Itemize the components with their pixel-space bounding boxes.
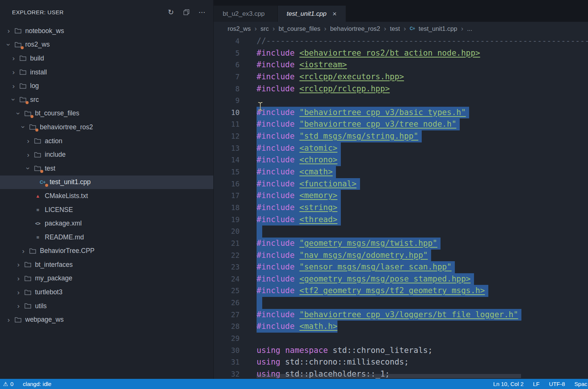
selection-highlight: #include "sensor_msgs/msg/laser_scan.hpp… <box>257 261 455 273</box>
code-line[interactable]: 8#include <rclcpp/rclcpp.hpp> <box>214 83 588 95</box>
tree-item-README.md[interactable]: ≡README.md <box>0 230 213 244</box>
tree-item-bt_interfaces[interactable]: ›bt_interfaces <box>0 258 213 272</box>
code-line[interactable]: 20 <box>214 226 588 238</box>
tab-label: bt_u2_ex3.cpp <box>223 10 265 18</box>
code-line[interactable]: 13#include <atomic> <box>214 142 588 154</box>
code-editor[interactable]: 4//-------------------------------------… <box>214 35 588 379</box>
selection-highlight: #include "behaviortree_cpp_v3/loggers/bt… <box>257 309 521 321</box>
folder-icon <box>28 247 37 255</box>
indentation-indicator[interactable]: Spac <box>574 381 587 387</box>
tree-item-my_package[interactable]: ›my_package <box>0 272 213 286</box>
line-content: #include "behaviortree_cpp_v3/tree_node.… <box>240 118 460 130</box>
tree-item-LICENSE[interactable]: ≡LICENSE <box>0 203 213 217</box>
code-line[interactable]: 27#include "behaviortree_cpp_v3/loggers/… <box>214 309 588 321</box>
code-line[interactable]: 30using namespace std::chrono_literals; <box>214 345 588 357</box>
code-line[interactable]: 22#include "nav_msgs/msg/odometry.hpp" <box>214 250 588 262</box>
more-actions-icon[interactable]: ⋯ <box>199 9 206 16</box>
chevron-down-icon: › <box>9 95 18 104</box>
code-line[interactable]: 21#include "geometry_msgs/msg/twist.hpp" <box>214 238 588 250</box>
breadcrumb-item[interactable]: ros2_ws <box>228 25 251 32</box>
tree-item-label: install <box>30 68 47 76</box>
code-line[interactable]: 23#include "sensor_msgs/msg/laser_scan.h… <box>214 261 588 273</box>
line-number: 17 <box>214 190 240 202</box>
tree-item-label: LICENSE <box>45 206 73 214</box>
code-line[interactable]: 6#include <iostream> <box>214 59 588 71</box>
selection-highlight: #include <atomic> <box>257 142 341 154</box>
collapse-folders-icon[interactable] <box>183 9 190 15</box>
code-line[interactable]: 7#include <rclcpp/executors.hpp> <box>214 71 588 83</box>
line-number: 27 <box>214 309 240 321</box>
code-line[interactable]: 12#include "std_msgs/msg/string.hpp" <box>214 130 588 142</box>
chevron-right-icon: › <box>4 316 14 324</box>
code-line[interactable]: 5#include <behaviortree_ros2/bt_action_n… <box>214 47 588 59</box>
chevron-right-icon: › <box>14 274 23 283</box>
selection-highlight: #include <functional> <box>257 178 360 190</box>
problems-indicator[interactable]: ⚠ 0 <box>3 381 14 387</box>
tree-item-action[interactable]: ›action <box>0 134 213 148</box>
breadcrumb-item[interactable]: ... <box>467 25 472 32</box>
breadcrumb-item[interactable]: test_unit1.cpp <box>419 25 457 32</box>
folder-icon <box>23 302 32 310</box>
breadcrumb-item[interactable]: src <box>260 25 269 32</box>
tree-item-label: webpage_ws <box>25 316 64 324</box>
tree-item-webpage_ws[interactable]: ›webpage_ws <box>0 313 213 327</box>
tree-item-build[interactable]: ›build <box>0 51 213 65</box>
file-tree: ›notebook_ws›ros2_ws›build›install›log›s… <box>0 24 213 327</box>
line-content: #include <geometry_msgs/msg/pose_stamped… <box>240 273 474 285</box>
code-line[interactable]: 10#include "behaviortree_cpp_v3/basic_ty… <box>214 107 588 119</box>
code-line[interactable]: 26 <box>214 297 588 309</box>
eol-indicator[interactable]: LF <box>533 381 540 387</box>
line-content: #include <iostream> <box>240 59 347 71</box>
tree-item-BehaviorTree.CPP[interactable]: ›BehaviorTree.CPP <box>0 244 213 258</box>
tree-item-src[interactable]: ›src <box>0 93 213 107</box>
code-line[interactable]: 18#include <string> <box>214 202 588 214</box>
code-line[interactable]: 25#include <tf2_geometry_msgs/tf2_geomet… <box>214 285 588 297</box>
code-line[interactable]: 24#include <geometry_msgs/msg/pose_stamp… <box>214 273 588 285</box>
clangd-status[interactable]: clangd: idle <box>23 381 52 387</box>
tree-item-test_unit1.cpp[interactable]: C+test_unit1.cpp <box>0 176 213 189</box>
breadcrumb-item[interactable]: test <box>390 25 400 32</box>
tree-item-ros2_ws[interactable]: ›ros2_ws <box>0 38 213 52</box>
tree-item-notebook_ws[interactable]: ›notebook_ws <box>0 24 213 38</box>
license-file-icon: ≡ <box>33 206 42 213</box>
tree-item-utils[interactable]: ›utils <box>0 299 213 313</box>
horizontal-scrollbar[interactable] <box>257 374 521 378</box>
tab-test_unit1.cpp[interactable]: test_unit1.cpp× <box>278 6 346 22</box>
code-line[interactable]: 28#include <math.h> <box>214 321 588 333</box>
breadcrumb-item[interactable]: behaviortree_ros2 <box>330 25 380 32</box>
tree-item-behaviortree_ros2[interactable]: ›behaviortree_ros2 <box>0 120 213 134</box>
tree-item-package.xml[interactable]: <>package.xml <box>0 216 213 230</box>
code-line[interactable]: 17#include <memory> <box>214 190 588 202</box>
cursor-position[interactable]: Ln 10, Col 2 <box>493 381 524 387</box>
tree-item-label: log <box>30 82 39 90</box>
encoding-indicator[interactable]: UTF-8 <box>549 381 565 387</box>
tree-item-CMakeLists.txt[interactable]: ▲CMakeLists.txt <box>0 189 213 203</box>
modified-indicator <box>30 115 33 118</box>
line-number: 19 <box>214 214 240 226</box>
code-line[interactable]: 29 <box>214 333 588 345</box>
code-line[interactable]: 14#include <chrono> <box>214 154 588 166</box>
line-number: 7 <box>214 71 240 83</box>
modified-indicator <box>35 129 38 132</box>
code-line[interactable]: 9 <box>214 95 588 107</box>
tree-item-log[interactable]: ›log <box>0 79 213 93</box>
tree-item-include[interactable]: ›include <box>0 148 213 162</box>
selection-highlight: #include "std_msgs/msg/string.hpp" <box>257 130 422 142</box>
line-content <box>240 333 257 345</box>
close-icon[interactable]: × <box>333 10 337 17</box>
tree-item-label: package.xml <box>45 219 82 227</box>
code-line[interactable]: 16#include <functional> <box>214 178 588 190</box>
tree-item-bt_course_files[interactable]: ›bt_course_files <box>0 107 213 121</box>
tree-item-install[interactable]: ›install <box>0 65 213 79</box>
code-line[interactable]: 31using std::chrono::milliseconds; <box>214 356 588 368</box>
tree-item-turtlebot3[interactable]: ›turtlebot3 <box>0 285 213 299</box>
code-line[interactable]: 4//-------------------------------------… <box>214 35 588 47</box>
explorer-sidebar: EXPLORER: USER ↻ ⋯ ›notebook_ws›ros2_ws›… <box>0 0 214 379</box>
code-line[interactable]: 19#include <thread> <box>214 214 588 226</box>
code-line[interactable]: 15#include <cmath> <box>214 166 588 178</box>
breadcrumb-item[interactable]: bt_course_files <box>278 25 320 32</box>
tree-item-test[interactable]: ›test <box>0 162 213 176</box>
code-line[interactable]: 11#include "behaviortree_cpp_v3/tree_nod… <box>214 118 588 130</box>
refresh-icon[interactable]: ↻ <box>168 9 174 16</box>
tab-bt_u2_ex3.cpp[interactable]: bt_u2_ex3.cpp <box>214 6 278 22</box>
